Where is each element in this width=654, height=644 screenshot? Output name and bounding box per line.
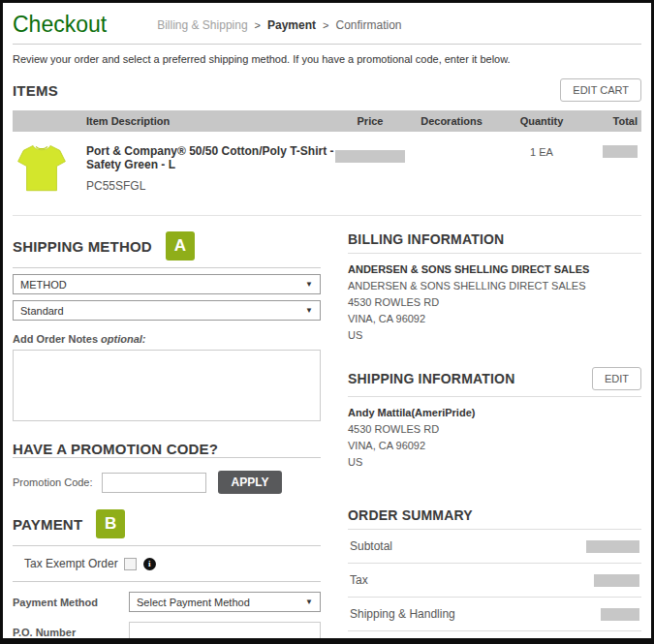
shipping-info-header: SHIPPING INFORMATION EDIT — [348, 367, 641, 390]
shipping-info-divider — [348, 396, 641, 397]
payment-method-select[interactable]: Select Payment Method ▼ — [129, 592, 321, 612]
payment-method-select-value: Select Payment Method — [137, 597, 250, 608]
breadcrumb-confirmation[interactable]: Confirmation — [335, 18, 401, 32]
product-thumbnail — [13, 141, 75, 199]
shipping-method-header: SHIPPING METHOD A — [13, 231, 321, 261]
chevron-down-icon: ▼ — [305, 598, 313, 606]
billing-company: ANDERSEN & SONS SHELLING DIRECT SALES — [348, 261, 641, 278]
info-icon[interactable]: i — [143, 558, 156, 570]
chevron-down-icon: ▼ — [305, 306, 313, 315]
promotion-heading: HAVE A PROMOTION CODE? — [13, 441, 321, 457]
edit-cart-button[interactable]: EDIT CART — [560, 78, 641, 102]
step-a-badge: A — [166, 231, 195, 261]
shipping-method-select[interactable]: METHOD ▼ — [13, 274, 321, 294]
intro-text: Review your order and select a preferred… — [13, 53, 641, 65]
edit-shipping-button[interactable]: EDIT — [592, 367, 641, 390]
shipping-handling-label: Shipping & Handling — [350, 607, 455, 621]
payment-method-label: Payment Method — [13, 597, 129, 608]
step-b-badge: B — [96, 509, 125, 538]
payment-header: PAYMENT B — [13, 509, 321, 538]
promotion-row: Promotion Code: APPLY — [13, 471, 321, 494]
col-price: Price — [335, 115, 405, 127]
col-decorations: Decorations — [405, 115, 498, 127]
apply-button[interactable]: APPLY — [218, 471, 283, 494]
items-heading: ITEMS — [13, 82, 58, 99]
order-notes-textarea[interactable] — [13, 350, 321, 421]
tax-exempt-label: Tax Exempt Order — [24, 557, 118, 570]
order-summary: ORDER SUMMARY Subtotal Tax Shipping & Ha… — [348, 507, 641, 644]
payment-divider — [13, 545, 321, 546]
table-row: Port & Company® 50/50 Cotton/Poly T-Shir… — [13, 132, 641, 216]
payment-heading: PAYMENT — [13, 516, 82, 533]
shipping-handling-redacted-value — [601, 608, 639, 621]
product-quantity: 1 EA — [498, 141, 585, 158]
po-number-row: P.O. Number — [13, 622, 321, 642]
promotion-code-input[interactable] — [102, 473, 206, 493]
chevron-down-icon: ▼ — [305, 280, 313, 289]
shipping-method-divider — [13, 267, 321, 268]
tshirt-image — [16, 141, 67, 196]
order-notes-label: Add Order Notes optional: — [13, 333, 321, 345]
total-redacted-value — [603, 145, 638, 158]
main-columns: SHIPPING METHOD A METHOD ▼ Standard ▼ Ad… — [13, 231, 641, 644]
tax-exempt-row: Tax Exempt Order i — [24, 557, 321, 570]
product-name: Port & Company® 50/50 Cotton/Poly T-Shir… — [86, 141, 335, 171]
items-table-header: Item Description Price Decorations Quant… — [13, 110, 641, 132]
shipping-address: Andy Mattila(AmeriPride) 4530 ROWLES RD … — [348, 405, 641, 471]
shipping-info-heading: SHIPPING INFORMATION — [348, 371, 515, 386]
shipping-line: VINA, CA 96092 — [348, 438, 641, 454]
breadcrumb-payment[interactable]: Payment — [267, 18, 316, 32]
billing-line: ANDERSEN & SONS SHELLING DIRECT SALES — [348, 278, 641, 294]
summary-row-subtotal: Subtotal — [348, 530, 641, 564]
header: Checkout Billing & Shipping > Payment > … — [13, 9, 641, 44]
summary-row-total: Total — [348, 631, 641, 644]
shipping-speed-select-value: Standard — [20, 305, 64, 317]
billing-address: ANDERSEN & SONS SHELLING DIRECT SALES AN… — [348, 261, 641, 344]
col-total: Total — [585, 115, 641, 127]
right-column: BILLING INFORMATION ANDERSEN & SONS SHEL… — [348, 231, 641, 644]
shipping-name: Andy Mattila(AmeriPride) — [348, 405, 641, 421]
summary-row-tax: Tax — [348, 564, 641, 598]
product-sku: PC55SFGL — [86, 179, 335, 193]
billing-line: VINA, CA 96092 — [348, 311, 641, 327]
shipping-speed-select[interactable]: Standard ▼ — [13, 300, 321, 321]
subtotal-redacted-value — [586, 540, 639, 553]
tax-exempt-checkbox[interactable] — [124, 558, 137, 570]
page-title: Checkout — [13, 12, 107, 38]
breadcrumb-billing-shipping[interactable]: Billing & Shipping — [157, 18, 247, 32]
left-column: SHIPPING METHOD A METHOD ▼ Standard ▼ Ad… — [13, 231, 321, 644]
shipping-method-heading: SHIPPING METHOD — [13, 238, 152, 255]
tax-label: Tax — [350, 573, 368, 587]
po-number-label: P.O. Number — [13, 627, 129, 638]
billing-line: US — [348, 327, 641, 344]
order-summary-heading: ORDER SUMMARY — [348, 507, 641, 523]
col-quantity: Quantity — [498, 115, 585, 127]
items-header: ITEMS EDIT CART — [13, 78, 641, 102]
shipping-method-select-value: METHOD — [20, 279, 67, 291]
billing-line: 4530 ROWLES RD — [348, 294, 641, 311]
promotion-code-label: Promotion Code: — [13, 476, 93, 488]
summary-row-shipping-handling: Shipping & Handling — [348, 598, 641, 631]
price-redacted-value — [335, 150, 405, 163]
breadcrumb-separator: > — [255, 19, 261, 31]
promotion-divider — [13, 457, 321, 458]
shipping-line: 4530 ROWLES RD — [348, 421, 641, 438]
tax-exempt-divider — [13, 581, 321, 582]
header-divider — [13, 44, 641, 45]
checkout-page: Checkout Billing & Shipping > Payment > … — [0, 0, 654, 644]
billing-info-heading: BILLING INFORMATION — [348, 231, 641, 247]
po-number-input[interactable] — [129, 622, 321, 642]
col-item-description: Item Description — [75, 115, 335, 127]
breadcrumb-separator: > — [323, 19, 328, 31]
payment-method-row: Payment Method Select Payment Method ▼ — [13, 592, 321, 612]
subtotal-label: Subtotal — [350, 539, 392, 553]
tax-redacted-value — [594, 574, 639, 587]
billing-info-divider — [348, 253, 641, 254]
breadcrumb: Billing & Shipping > Payment > Confirmat… — [157, 18, 401, 32]
shipping-line: US — [348, 454, 641, 471]
